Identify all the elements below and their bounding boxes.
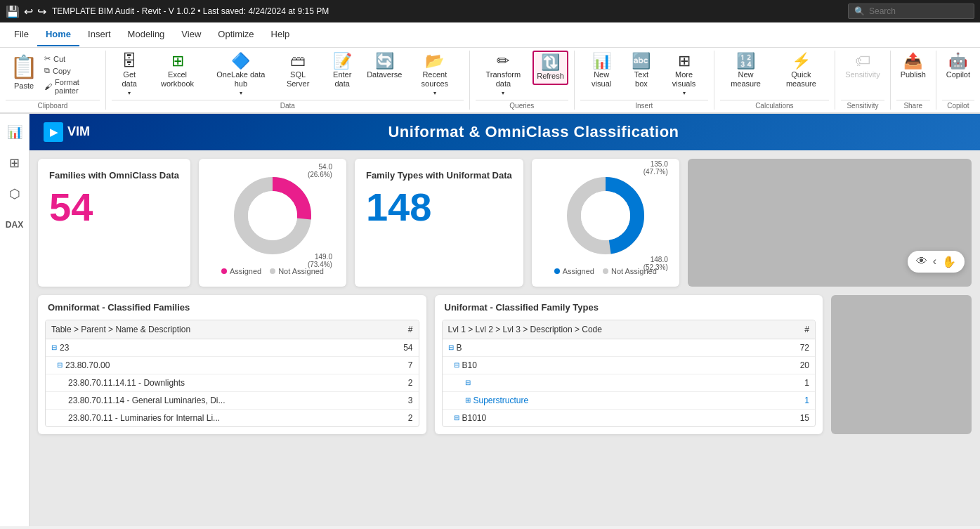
new-visual-button[interactable]: 📊 New visual xyxy=(580,51,622,91)
omniclass-stat-card: Families with OmniClass Data 54 xyxy=(38,159,190,287)
recent-sources-dropdown-icon: ▾ xyxy=(433,90,436,97)
omniclass-notassigned-label: 149.0 (73.4%) xyxy=(308,253,332,268)
get-data-button[interactable]: 🗄 Get data ▾ xyxy=(112,51,147,100)
transform-dropdown-icon: ▾ xyxy=(502,90,504,97)
uniformat-legend: Assigned Not Assigned xyxy=(554,267,657,275)
search-icon: 🔍 xyxy=(854,6,865,16)
new-measure-button[interactable]: 🔢 New measure xyxy=(720,51,772,91)
expand-icon[interactable]: ⊟ xyxy=(454,361,459,369)
panel-controls: 👁 ‹ ✋ xyxy=(908,251,965,273)
copilot-group: 🤖 Copilot Copilot xyxy=(936,51,980,110)
app-body: 📊 ⊞ ⬡ DAX ▶ VIM Uniformat & OmniClass Cl… xyxy=(0,114,980,526)
uniformat-table-card: Uniformat - Classified Family Types Lvl … xyxy=(435,295,823,434)
tab-insert[interactable]: Insert xyxy=(79,23,119,46)
refresh-button[interactable]: 🔃 Refresh xyxy=(533,51,568,85)
search-input[interactable] xyxy=(869,6,967,16)
new-measure-icon: 🔢 xyxy=(736,53,755,69)
uniformat-stat-card: Family Types with Uniformat Data 148 xyxy=(355,159,523,287)
paste-button[interactable]: 📋 Paste xyxy=(6,51,42,100)
dashboard-title: Uniformat & OmniClass Classification xyxy=(101,123,966,141)
table-row[interactable]: ⊟ 23 54 xyxy=(46,339,419,357)
table-row[interactable]: ⊟ 23.80.70.00 7 xyxy=(46,357,419,374)
svg-point-5 xyxy=(581,191,630,240)
tab-modeling[interactable]: Modeling xyxy=(119,23,174,46)
tab-help[interactable]: Help xyxy=(263,23,299,46)
expand-icon[interactable]: ⊟ xyxy=(448,344,454,351)
omniclass-assigned-dot xyxy=(221,268,227,274)
table-row[interactable]: ⊞ Superstructure 1 xyxy=(443,392,816,410)
uniformat-donut-container: 135.0 (47.7%) 148.0 (52.3%) xyxy=(560,170,651,261)
more-visuals-button[interactable]: ⊞ More visuals ▾ xyxy=(660,51,708,100)
refresh-icon: 🔃 xyxy=(541,55,560,70)
table-row[interactable]: ⊟ B10 20 xyxy=(443,357,816,374)
sidebar-item-report[interactable]: 📊 xyxy=(2,119,27,145)
sidebar-item-dax[interactable]: DAX xyxy=(2,212,27,237)
redo-icon[interactable]: ↪ xyxy=(37,5,46,18)
sql-icon: 🗃 xyxy=(290,53,306,69)
expand-icon[interactable]: ⊞ xyxy=(465,396,471,404)
tab-optimize[interactable]: Optimize xyxy=(209,23,262,46)
copilot-button[interactable]: 🤖 Copilot xyxy=(942,51,974,82)
sidebar-item-model[interactable]: ⬡ xyxy=(2,181,27,207)
cards-row: Families with OmniClass Data 54 xyxy=(38,159,972,287)
recent-sources-button[interactable]: 📂 Recent sources ▾ xyxy=(406,51,464,100)
uniformat-donut-chart xyxy=(560,170,651,261)
uniformat-card-title: Family Types with Uniformat Data xyxy=(366,170,512,182)
onelake-button[interactable]: 🔷 OneLake data hub ▾ xyxy=(208,51,274,100)
uniformat-legend-assigned: Assigned xyxy=(554,267,594,275)
dashboard-header: ▶ VIM Uniformat & OmniClass Classificati… xyxy=(30,114,980,150)
table-row[interactable]: ⊟ B1010 15 xyxy=(443,410,816,426)
tab-home[interactable]: Home xyxy=(37,23,79,46)
cut-button[interactable]: ✂ Cut xyxy=(42,53,100,64)
omniformat-table: Table > Parent > Name & Description # ⊟ … xyxy=(45,320,419,427)
back-icon[interactable]: ‹ xyxy=(933,255,936,268)
enter-data-button[interactable]: 📝 Enter data xyxy=(322,51,362,91)
table-row[interactable]: ⊟ B 72 xyxy=(443,339,816,357)
svg-point-2 xyxy=(248,191,297,240)
save-icon[interactable]: 💾 xyxy=(6,5,20,18)
tables-row: Omniformat - Classified Families Table >… xyxy=(38,295,972,434)
uniformat-notassigned-label: 148.0 (52.3%) xyxy=(643,256,668,271)
paste-icon: 📋 xyxy=(10,53,38,80)
vim-logo: ▶ VIM xyxy=(44,122,90,142)
table-row[interactable]: 23.80.70.11.14 - General Luminaries, Di.… xyxy=(46,392,419,410)
expand-icon[interactable]: ⊟ xyxy=(51,344,57,351)
insert-group: 📊 New visual 🔤 Text box ⊞ More visuals ▾… xyxy=(575,51,714,110)
hand-icon[interactable]: ✋ xyxy=(942,255,956,268)
table-row[interactable]: 23.80.70.11.14.11 - Downlights 2 xyxy=(46,374,419,392)
onelake-dropdown-icon: ▾ xyxy=(240,90,242,97)
sensitivity-button[interactable]: 🏷 Sensitivity xyxy=(841,51,884,82)
omniclass-notassigned-dot xyxy=(270,268,275,274)
expand-icon[interactable]: ⊟ xyxy=(57,361,63,369)
table-row[interactable]: 23.80.70.11 - Luminaries for Internal Li… xyxy=(46,410,419,426)
format-painter-button[interactable]: 🖌 Format painter xyxy=(42,77,100,96)
sidebar-item-table[interactable]: ⊞ xyxy=(2,150,27,176)
dataverse-button[interactable]: 🔄 Dataverse xyxy=(364,51,405,82)
omniclass-assigned-label: 54.0 (26.6%) xyxy=(308,163,332,178)
excel-workbook-button[interactable]: ⊞ Excel workbook xyxy=(148,51,206,91)
search-box[interactable]: 🔍 xyxy=(848,4,974,19)
more-visuals-icon: ⊞ xyxy=(678,53,691,69)
expand-icon[interactable]: ⊟ xyxy=(454,414,459,422)
dataverse-icon: 🔄 xyxy=(375,53,394,69)
table-row[interactable]: ⊟ 1 xyxy=(443,374,816,392)
tab-view[interactable]: View xyxy=(173,23,209,46)
left-sidebar: 📊 ⊞ ⬡ DAX xyxy=(0,114,30,526)
onelake-icon: 🔷 xyxy=(231,53,250,69)
publish-button[interactable]: 📤 Publish xyxy=(896,51,930,82)
expand-icon[interactable]: ⊟ xyxy=(465,379,471,386)
transform-data-button[interactable]: ✏ Transform data ▾ xyxy=(476,51,531,100)
undo-icon[interactable]: ↩ xyxy=(24,5,33,18)
tab-file[interactable]: File xyxy=(6,23,37,46)
omniformat-table-title: Omniformat - Classified Families xyxy=(38,295,426,320)
enter-data-icon: 📝 xyxy=(333,53,352,69)
quick-measure-button[interactable]: ⚡ Quick measure xyxy=(773,51,830,91)
eye-icon[interactable]: 👁 xyxy=(916,255,927,268)
share-group: 📤 Publish Share xyxy=(891,51,936,110)
sql-server-button[interactable]: 🗃 SQL Server xyxy=(275,51,320,91)
title-bar: 💾 ↩ ↪ TEMPLATE BIM Audit - Revit - V 1.0… xyxy=(0,0,980,22)
text-box-button[interactable]: 🔤 Text box xyxy=(624,51,658,91)
uniformat-notassigned-dot xyxy=(603,268,608,274)
window-controls[interactable]: 💾 ↩ ↪ xyxy=(6,5,46,18)
copy-button[interactable]: ⧉ Copy xyxy=(42,65,100,76)
